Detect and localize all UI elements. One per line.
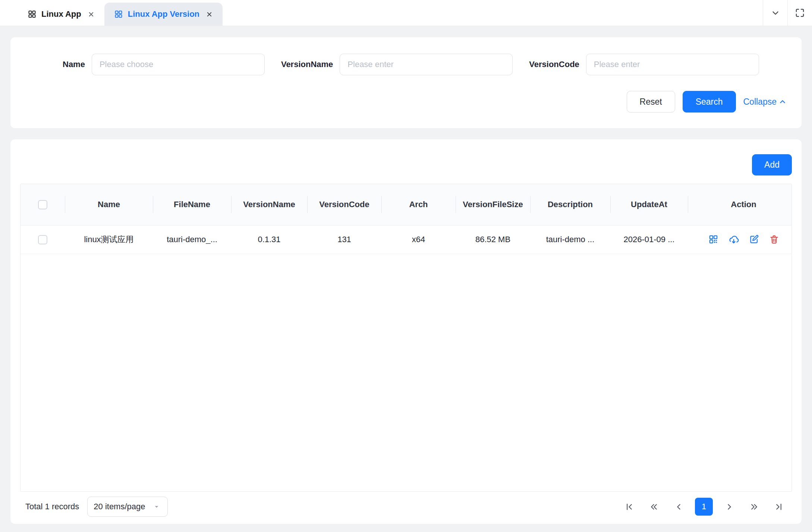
- cell-description: tauri-demo ...: [530, 225, 610, 254]
- cell-name: linux测试应用: [65, 225, 153, 254]
- delete-icon[interactable]: [769, 234, 779, 244]
- version-code-input[interactable]: [586, 54, 759, 75]
- close-icon[interactable]: [206, 11, 213, 18]
- reset-button[interactable]: Reset: [627, 91, 675, 113]
- filter-field-version-name: VersionName: [281, 54, 513, 75]
- tabbar-actions: [763, 0, 812, 26]
- table-panel: Add Name FileName VersionName VersionCod…: [10, 139, 802, 524]
- app-grid-icon: [28, 10, 37, 19]
- name-select[interactable]: [92, 54, 265, 75]
- edit-icon[interactable]: [749, 234, 759, 244]
- version-name-label: VersionName: [281, 60, 333, 69]
- qrcode-icon[interactable]: [708, 234, 718, 244]
- last-page-button[interactable]: [770, 498, 787, 515]
- name-label: Name: [63, 60, 85, 69]
- tab-label: Linux App: [41, 9, 81, 19]
- search-button[interactable]: Search: [683, 91, 736, 113]
- tab-label: Linux App Version: [128, 9, 199, 19]
- version-code-label: VersionCode: [529, 60, 579, 69]
- select-all-checkbox[interactable]: [38, 200, 47, 209]
- filter-actions: Reset Search Collapse: [25, 91, 787, 113]
- chevron-down-icon[interactable]: [763, 0, 787, 26]
- page-size-select[interactable]: 20 items/page: [87, 497, 168, 517]
- column-header-description: Description: [530, 184, 610, 225]
- table-row: linux测试应用 tauri-demo_... 0.1.31 131 x64 …: [21, 225, 792, 254]
- app-grid-icon: [114, 10, 123, 19]
- select-all-cell: [21, 184, 65, 225]
- cell-versioncode: 131: [307, 225, 381, 254]
- fullscreen-icon[interactable]: [787, 0, 812, 26]
- cell-arch: x64: [381, 225, 456, 254]
- row-select-cell: [21, 225, 65, 254]
- tab-bar: Linux App Linux App Version: [0, 0, 812, 26]
- cell-versionname: 0.1.31: [231, 225, 307, 254]
- column-header-updateat: UpdateAt: [610, 184, 688, 225]
- filter-fields: Name VersionName VersionCode: [25, 54, 787, 75]
- collapse-toggle[interactable]: Collapse: [743, 97, 787, 107]
- download-cloud-icon[interactable]: [728, 234, 739, 245]
- column-header-versionname: VersionName: [231, 184, 307, 225]
- filter-panel: Name VersionName VersionCode Reset Searc…: [10, 37, 802, 128]
- column-header-versionfilesize: VersionFileSize: [456, 184, 530, 225]
- add-button[interactable]: Add: [752, 154, 792, 175]
- cell-versionfilesize: 86.52 MB: [456, 225, 530, 254]
- tab-linux-app-version[interactable]: Linux App Version: [104, 3, 223, 26]
- table-toolbar: Add: [20, 139, 792, 175]
- next-page-button[interactable]: [721, 498, 737, 515]
- cell-updateat: 2026-01-09 ...: [610, 225, 688, 254]
- page-size-value: 20 items/page: [94, 502, 150, 512]
- column-header-arch: Arch: [381, 184, 456, 225]
- table-footer: Total 1 records 20 items/page 1: [20, 492, 792, 524]
- cell-action: [688, 225, 792, 254]
- row-checkbox[interactable]: [38, 235, 47, 244]
- first-page-button[interactable]: [621, 498, 638, 515]
- prev-group-button[interactable]: [646, 498, 662, 515]
- page-button-1[interactable]: 1: [695, 498, 713, 516]
- next-group-button[interactable]: [746, 498, 762, 515]
- collapse-label: Collapse: [743, 97, 777, 107]
- cell-filename: tauri-demo_...: [153, 225, 231, 254]
- column-header-versioncode: VersionCode: [307, 184, 381, 225]
- column-header-name: Name: [65, 184, 153, 225]
- column-header-action: Action: [688, 184, 792, 225]
- pagination: 1: [621, 498, 787, 516]
- column-header-filename: FileName: [153, 184, 231, 225]
- filter-field-name: Name: [63, 54, 265, 75]
- data-table: Name FileName VersionName VersionCode Ar…: [20, 184, 792, 492]
- table-header-row: Name FileName VersionName VersionCode Ar…: [21, 184, 792, 225]
- chevron-up-icon: [778, 98, 787, 106]
- filter-field-version-code: VersionCode: [529, 54, 759, 75]
- close-icon[interactable]: [88, 11, 95, 18]
- total-records-text: Total 1 records: [25, 502, 79, 512]
- version-name-input[interactable]: [340, 54, 513, 75]
- prev-page-button[interactable]: [670, 498, 687, 515]
- tab-linux-app[interactable]: Linux App: [18, 3, 104, 26]
- caret-down-icon: [152, 503, 161, 511]
